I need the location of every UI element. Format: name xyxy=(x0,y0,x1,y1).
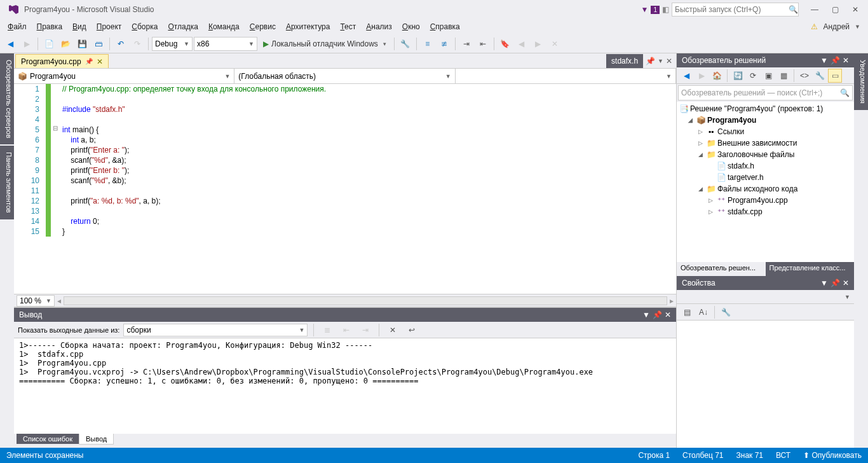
output-btn-1[interactable]: ≣ xyxy=(320,322,335,338)
se-refresh-button[interactable]: 🔄 xyxy=(731,69,745,83)
clear-bookmark-button[interactable]: ✕ xyxy=(547,36,562,52)
solution-search[interactable]: Обозреватель решений — поиск (Ctrl+;) 🔍 xyxy=(678,85,853,100)
close-tab-icon[interactable]: ✕ xyxy=(97,57,103,66)
menu-проект[interactable]: Проект xyxy=(92,20,127,33)
source-file-node[interactable]: ▷⁺⁺stdafx.cpp xyxy=(677,206,854,218)
start-debug-button[interactable]: ▶Локальный отладчик Windows▾ xyxy=(259,36,391,52)
outdent-button[interactable]: ⇤ xyxy=(475,36,491,52)
open-button[interactable]: 📂 xyxy=(58,36,73,52)
next-bookmark-button[interactable]: ▶ xyxy=(531,36,546,52)
menu-тест[interactable]: Тест xyxy=(335,20,361,33)
tool-button-1[interactable]: 🔧 xyxy=(398,36,413,52)
se-pin-icon[interactable]: 📌 xyxy=(831,56,840,65)
minimize-button[interactable]: — xyxy=(806,3,824,17)
class-view-tab[interactable]: Представление класс... xyxy=(766,262,855,276)
output-wrap-button[interactable]: ↩ xyxy=(404,322,419,338)
error-list-tab[interactable]: Список ошибок xyxy=(17,434,79,444)
config-combo[interactable]: Debug▼ xyxy=(152,37,193,51)
props-object-combo[interactable]: ▼ xyxy=(677,290,854,304)
comment-button[interactable]: ≡ xyxy=(420,36,435,52)
se-sync-button[interactable]: ⟳ xyxy=(746,69,760,83)
solution-explorer-tab[interactable]: Обозреватель решен... xyxy=(677,262,766,276)
feedback-icon[interactable]: ◧ xyxy=(662,5,669,14)
props-close-icon[interactable]: ✕ xyxy=(843,279,849,287)
se-preview-button[interactable]: ▭ xyxy=(828,69,842,83)
close-doc-icon[interactable]: ✕ xyxy=(666,57,672,66)
panel-pin-icon[interactable]: 📌 xyxy=(653,310,662,319)
output-clear-button[interactable]: ✕ xyxy=(385,322,400,338)
undo-button[interactable]: ↶ xyxy=(113,36,128,52)
se-back-button[interactable]: ◀ xyxy=(679,69,693,83)
props-pin-icon[interactable]: 📌 xyxy=(831,279,840,287)
header-file-node[interactable]: 📄stdafx.h xyxy=(677,160,854,172)
redo-button[interactable]: ↷ xyxy=(130,36,145,52)
prev-bookmark-button[interactable]: ◀ xyxy=(514,36,529,52)
menu-вид[interactable]: Вид xyxy=(67,20,92,33)
filter-icon[interactable]: ▼ xyxy=(641,5,649,14)
props-az-button[interactable]: A↓ xyxy=(696,305,711,320)
pin-icon-2[interactable]: 📌 xyxy=(646,57,655,66)
menu-правка[interactable]: Правка xyxy=(32,20,68,33)
external-deps-node[interactable]: ▷📁Внешние зависимости xyxy=(677,137,854,149)
uncomment-button[interactable]: ≢ xyxy=(437,36,452,52)
search-icon[interactable]: 🔍 xyxy=(789,5,798,14)
se-home-button[interactable]: 🏠 xyxy=(710,69,724,83)
se-collapse-button[interactable]: ▣ xyxy=(761,69,775,83)
h-scrollbar[interactable] xyxy=(64,296,667,305)
server-explorer-tab[interactable]: Обозреватель серверов xyxy=(0,53,14,144)
forward-button[interactable]: ▶ xyxy=(19,36,34,52)
output-btn-2[interactable]: ⇤ xyxy=(339,322,354,338)
menu-анализ[interactable]: Анализ xyxy=(361,20,397,33)
platform-combo[interactable]: x86▼ xyxy=(194,37,257,51)
quick-launch-input[interactable] xyxy=(672,3,799,17)
project-node[interactable]: ◢📦Program4you xyxy=(677,114,854,126)
menu-команда[interactable]: Команда xyxy=(203,20,245,33)
notifications-tab[interactable]: Уведомления xyxy=(854,53,868,110)
output-text[interactable]: 1>------ Сборка начата: проект: Program4… xyxy=(14,338,676,434)
menu-отладка[interactable]: Отладка xyxy=(163,20,203,33)
doc-tab-inactive[interactable]: stdafx.h xyxy=(606,54,643,68)
props-tool-button[interactable]: 🔧 xyxy=(718,305,733,320)
nav-func-combo[interactable]: ▼ xyxy=(456,69,676,83)
solution-node[interactable]: 📑Решение "Program4you" (проектов: 1) xyxy=(677,103,854,114)
menu-архитектура[interactable]: Архитектура xyxy=(281,20,336,33)
back-button[interactable]: ◀ xyxy=(3,36,18,52)
toolbox-tab[interactable]: Панель элементов xyxy=(0,146,14,219)
maximize-button[interactable]: ▢ xyxy=(826,3,844,17)
menu-файл[interactable]: Файл xyxy=(3,20,32,33)
menu-сервис[interactable]: Сервис xyxy=(245,20,281,33)
output-source-combo[interactable]: сборки▼ xyxy=(123,324,308,336)
se-props-button[interactable]: 🔧 xyxy=(813,69,827,83)
h-scroll-left[interactable]: ◂ xyxy=(57,296,61,305)
solution-tree[interactable]: 📑Решение "Program4you" (проектов: 1) ◢📦P… xyxy=(677,102,854,262)
code-editor[interactable]: 123456789101112131415 ⊟ // Program4you.c… xyxy=(14,84,676,294)
user-name[interactable]: Андрей xyxy=(820,22,852,31)
sources-folder-node[interactable]: ◢📁Файлы исходного кода xyxy=(677,183,854,195)
bookmark-button[interactable]: 🔖 xyxy=(498,36,513,52)
output-tab[interactable]: Вывод xyxy=(79,434,114,445)
tab-dropdown-icon[interactable]: ▼ xyxy=(658,58,663,64)
pin-icon[interactable]: 📌 xyxy=(85,58,93,65)
se-fwd-button[interactable]: ▶ xyxy=(695,69,709,83)
output-btn-3[interactable]: ⇥ xyxy=(358,322,373,338)
menu-окно[interactable]: Окно xyxy=(397,20,425,33)
se-close-icon[interactable]: ✕ xyxy=(843,56,849,65)
publish-button[interactable]: ⬆ Опубликовать xyxy=(803,451,862,460)
header-file-node[interactable]: 📄targetver.h xyxy=(677,172,854,183)
doc-tab-active[interactable]: Program4you.cpp 📌 ✕ xyxy=(15,54,109,68)
source-file-node[interactable]: ▷⁺⁺Program4you.cpp xyxy=(677,195,854,206)
se-showall-button[interactable]: ▦ xyxy=(776,69,790,83)
nav-scope-combo[interactable]: 📦 Program4you ▼ xyxy=(14,69,234,83)
panel-close-icon[interactable]: ✕ xyxy=(665,310,671,319)
props-grid[interactable] xyxy=(677,321,854,448)
new-project-button[interactable]: 📄 xyxy=(41,36,57,52)
nav-member-combo[interactable]: (Глобальная область) ▼ xyxy=(234,69,455,83)
h-scroll-right[interactable]: ▸ xyxy=(670,296,674,305)
headers-folder-node[interactable]: ◢📁Заголовочные файлы xyxy=(677,149,854,160)
se-code-button[interactable]: <> xyxy=(797,69,811,83)
props-cat-button[interactable]: ▤ xyxy=(679,305,695,320)
zoom-combo[interactable]: 100 %▼ xyxy=(17,295,55,307)
close-button[interactable]: ✕ xyxy=(846,3,864,17)
warning-icon[interactable]: ⚠ xyxy=(811,22,818,31)
user-dropdown-icon[interactable]: ▼ xyxy=(855,24,860,30)
